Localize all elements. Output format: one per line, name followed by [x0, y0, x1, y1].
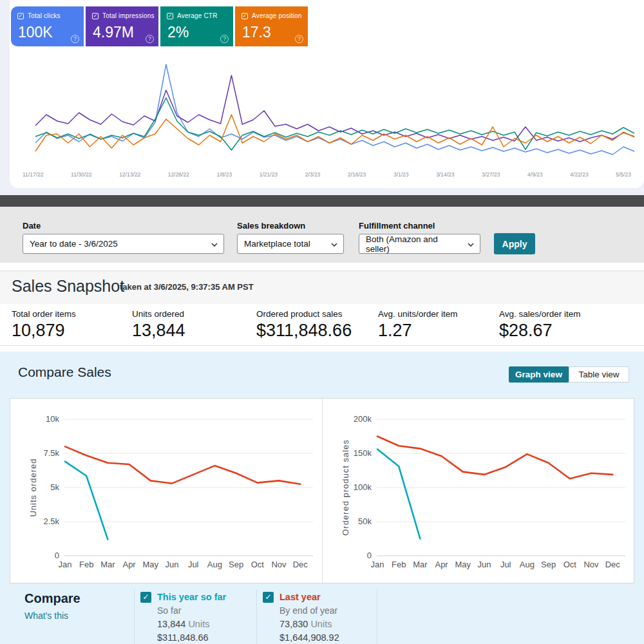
compare-sales-section: Compare Sales Graph view Table view 02.5…: [0, 352, 644, 644]
sales-snapshot-stats: Total order items 10,879 Units ordered 1…: [0, 304, 644, 346]
svg-text:50k: 50k: [358, 516, 372, 526]
fulfillment-channel-select[interactable]: Both (Amazon and seller): [359, 234, 480, 254]
compare-charts-card: 02.5k5k7.5k10kJanFebMarAprMayJunJulAugSe…: [10, 398, 634, 583]
svg-text:Mar: Mar: [413, 560, 428, 569]
filter-bar: Date Year to date - 3/6/2025 Sales break…: [0, 207, 644, 263]
compare-item-units: 13,844 Units: [157, 618, 256, 631]
compare-item-sales: $1,644,908.92: [279, 631, 379, 644]
units-number: 73,830: [279, 619, 308, 629]
svg-text:Feb: Feb: [392, 560, 406, 569]
stat-avg-sales-order-item: Avg. sales/order item $28.67: [499, 304, 581, 341]
svg-text:Jul: Jul: [188, 560, 199, 569]
graph-view-button[interactable]: Graph view: [509, 366, 569, 383]
help-icon[interactable]: ?: [295, 35, 303, 43]
units-ordered-chart: 02.5k5k7.5k10kJanFebMarAprMayJunJulAugSe…: [10, 399, 322, 583]
axis-date: 12/13/22: [119, 171, 140, 178]
metric-card-average-position[interactable]: ✓ Average position 17.3 ?: [235, 6, 308, 46]
svg-text:May: May: [455, 560, 471, 569]
fulfillment-channel-label: Fulfillment channel: [359, 221, 435, 231]
metric-value: 17.3: [242, 24, 271, 41]
chevron-down-icon: [468, 243, 474, 247]
svg-text:Jun: Jun: [478, 560, 491, 569]
units-word: Units: [188, 619, 209, 629]
axis-date: 3/1/23: [393, 171, 409, 178]
stat-value: 1.27: [378, 319, 458, 341]
axis-date: 1/21/23: [260, 171, 278, 178]
axis-date: 3/14/23: [436, 171, 454, 178]
svg-text:150k: 150k: [354, 448, 372, 458]
footer-divider: [256, 589, 257, 644]
compare-footer-title: Compare: [24, 591, 80, 606]
axis-date: 3/27/23: [482, 171, 500, 178]
compare-item-label: This year so far: [157, 591, 256, 604]
checked-checkbox-icon[interactable]: ✓: [17, 13, 24, 19]
axis-date: 2/16/23: [348, 171, 366, 178]
compare-item-sub: So far: [157, 604, 256, 618]
checked-checkbox-icon[interactable]: ✓: [167, 13, 173, 19]
compare-item-label: Last year: [279, 591, 379, 604]
svg-text:2.5k: 2.5k: [43, 516, 59, 526]
svg-text:5k: 5k: [50, 482, 59, 492]
metric-card-total-impressions[interactable]: ✓ Total impressions 4.97M ?: [86, 6, 158, 46]
svg-text:Apr: Apr: [435, 560, 448, 569]
svg-text:May: May: [143, 560, 159, 569]
snapshot-timestamp: taken at 3/6/2025, 9:37:35 AM PST: [120, 282, 254, 292]
svg-text:Oct: Oct: [251, 560, 265, 569]
help-icon[interactable]: ?: [146, 35, 154, 43]
axis-date: 4/22/23: [570, 171, 588, 178]
date-select-value: Year to date - 3/6/2025: [30, 239, 118, 249]
last-year-checkbox[interactable]: ✓: [263, 592, 274, 603]
sales-breakdown-label: Sales breakdown: [237, 221, 305, 231]
axis-date: 2/3/23: [305, 171, 321, 178]
sales-breakdown-select[interactable]: Marketplace total: [237, 234, 344, 254]
svg-text:Oct: Oct: [564, 560, 577, 569]
axis-date: 12/26/22: [168, 171, 189, 178]
svg-text:Jan: Jan: [59, 560, 72, 569]
svg-text:Dec: Dec: [605, 560, 621, 569]
metric-value: 2%: [167, 24, 189, 41]
svg-text:Feb: Feb: [79, 560, 93, 569]
svg-text:200k: 200k: [354, 414, 372, 424]
units-number: 13,844: [157, 619, 185, 629]
stat-label: Units ordered: [132, 304, 185, 319]
checked-checkbox-icon[interactable]: ✓: [242, 13, 248, 19]
svg-text:Nov: Nov: [583, 560, 599, 569]
this-year-checkbox[interactable]: ✓: [140, 592, 151, 603]
date-select[interactable]: Year to date - 3/6/2025: [23, 234, 224, 254]
svg-text:Units ordered: Units ordered: [28, 458, 38, 516]
svg-text:Ordered product sales: Ordered product sales: [341, 439, 350, 536]
metric-card-average-ctr[interactable]: ✓ Average CTR 2% ?: [160, 6, 233, 46]
table-view-button[interactable]: Table view: [569, 366, 629, 383]
metric-label: Total clicks: [28, 12, 61, 19]
axis-date: 5/5/23: [616, 171, 631, 178]
svg-text:10k: 10k: [46, 414, 59, 424]
metric-card-total-clicks[interactable]: ✓ Total clicks 100K ?: [11, 6, 84, 46]
stat-label: Ordered product sales: [256, 304, 352, 319]
stat-value: 13,844: [132, 319, 185, 341]
compare-sales-title: Compare Sales: [18, 365, 111, 380]
search-performance-chart: [0, 55, 644, 169]
whats-this-link[interactable]: What's this: [24, 611, 68, 621]
fulfillment-channel-value: Both (Amazon and seller): [366, 234, 463, 254]
svg-text:Sep: Sep: [541, 560, 556, 569]
svg-text:Dec: Dec: [293, 560, 308, 569]
svg-text:Mar: Mar: [100, 560, 115, 569]
help-icon[interactable]: ?: [220, 35, 229, 43]
svg-text:0: 0: [55, 551, 59, 560]
axis-date: 1/8/23: [217, 171, 232, 178]
metric-label: Average position: [252, 12, 302, 19]
axis-date: 11/30/22: [71, 171, 91, 178]
svg-text:0: 0: [367, 551, 372, 560]
metric-label: Total impressions: [102, 12, 155, 19]
help-icon[interactable]: ?: [71, 35, 79, 43]
checked-checkbox-icon[interactable]: ✓: [92, 13, 99, 19]
stat-value: 10,879: [12, 319, 76, 341]
apply-button[interactable]: Apply: [494, 233, 535, 254]
axis-date: 4/9/23: [527, 171, 543, 178]
date-filter-label: Date: [23, 221, 41, 231]
svg-text:Nov: Nov: [271, 560, 287, 569]
stat-label: Avg. sales/order item: [499, 304, 581, 319]
footer-divider: [134, 589, 135, 644]
stat-avg-units-order-item: Avg. units/order item 1.27: [378, 304, 458, 341]
svg-text:Sep: Sep: [229, 560, 243, 569]
